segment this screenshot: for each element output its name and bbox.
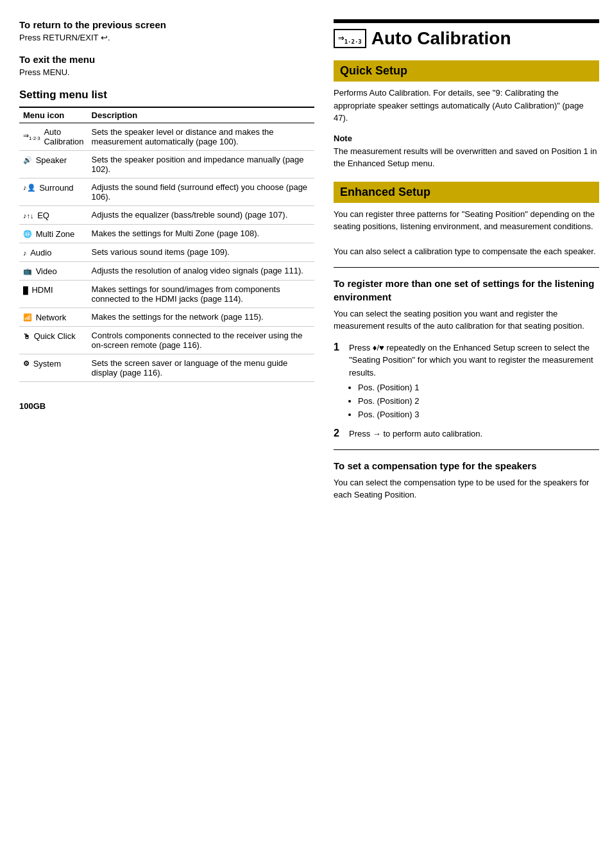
menu-name-10: System bbox=[33, 359, 61, 369]
enhanced-setup-box: Enhanced Setup bbox=[334, 182, 599, 203]
menu-desc-cell: Sets the speaker level or distance and m… bbox=[88, 123, 314, 151]
menu-table: Menu icon Description ⇒1·2·3 AutoCalibra… bbox=[19, 107, 314, 382]
table-row: █ HDMIMakes settings for sound/images fr… bbox=[19, 281, 314, 308]
menu-icon-cell: ♪↑↓ EQ bbox=[19, 206, 88, 225]
menu-icon-3: ♪↑↓ bbox=[23, 212, 34, 220]
setting-menu-list-title: Setting menu list bbox=[19, 89, 314, 101]
menu-icon-4: 🌐 bbox=[23, 230, 32, 238]
table-row: ♪ AudioSets various sound items (page 10… bbox=[19, 243, 314, 262]
menu-name-7: HDMI bbox=[31, 285, 53, 295]
quick-setup-box: Quick Setup bbox=[334, 60, 599, 82]
menu-icon-cell: ⇒1·2·3 AutoCalibration bbox=[19, 123, 88, 151]
step-1-num: 1 bbox=[334, 342, 345, 422]
right-column: ⇒1·2·3 Auto Calibration Quick Setup Perf… bbox=[334, 19, 599, 849]
menu-icon-7: █ bbox=[23, 286, 28, 294]
enhanced-setup-title: Enhanced Setup bbox=[340, 186, 593, 199]
menu-icon-5: ♪ bbox=[23, 249, 27, 257]
menu-name-0: AutoCalibration bbox=[44, 127, 83, 146]
step-1: 1 Press ♦/♥ repeatedly on the Enhanced S… bbox=[334, 342, 599, 422]
table-row: 🔊 SpeakerSets the speaker position and i… bbox=[19, 151, 314, 178]
menu-icon-8: 📶 bbox=[23, 313, 32, 322]
header-bar bbox=[334, 19, 599, 23]
note-title: Note bbox=[334, 134, 599, 143]
divider bbox=[334, 267, 599, 268]
table-row: ⇒1·2·3 AutoCalibrationSets the speaker l… bbox=[19, 123, 314, 151]
menu-name-5: Audio bbox=[30, 248, 51, 257]
menu-desc-cell: Sets various sound items (page 109). bbox=[88, 243, 314, 262]
menu-desc-cell: Adjusts the equalizer (bass/treble sound… bbox=[88, 206, 314, 225]
menu-icon-10: ⚙ bbox=[23, 360, 30, 368]
auto-calibration-title: ⇒1·2·3 Auto Calibration bbox=[334, 28, 599, 49]
menu-name-9: Quick Click bbox=[34, 331, 76, 341]
page-number: 100GB bbox=[19, 401, 314, 411]
menu-icon-cell: █ HDMI bbox=[19, 281, 88, 308]
quick-setup-body: Performs Auto Calibration. For details, … bbox=[334, 87, 599, 125]
exit-body: Press MENU. bbox=[19, 67, 314, 77]
return-body: Press RETURN/EXIT ↩. bbox=[19, 33, 314, 42]
note-body: The measurement results will be overwrit… bbox=[334, 145, 599, 170]
step-2-text: Press → to perform auto calibration. bbox=[349, 428, 482, 440]
compensation-body: You can select the compensation type to … bbox=[334, 476, 599, 501]
bullet-item: Pos. (Position) 1 bbox=[358, 381, 599, 395]
step-1-text: Press ♦/♥ repeatedly on the Enhanced Set… bbox=[349, 343, 593, 378]
menu-icon-cell: 🔊 Speaker bbox=[19, 151, 88, 178]
step-1-content: Press ♦/♥ repeatedly on the Enhanced Set… bbox=[349, 342, 599, 422]
menu-name-8: Network bbox=[36, 313, 67, 322]
menu-name-2: Surround bbox=[39, 183, 73, 193]
bullet-item: Pos. (Position) 2 bbox=[358, 395, 599, 408]
menu-icon-1: 🔊 bbox=[23, 156, 32, 164]
quick-setup-title: Quick Setup bbox=[340, 64, 593, 78]
menu-icon-9: 🖱 bbox=[23, 333, 30, 340]
table-row: 🖱 Quick ClickControls components connect… bbox=[19, 327, 314, 354]
menu-desc-cell: Adjusts the sound field (surround effect… bbox=[88, 178, 314, 206]
left-column: To return to the previous screen Press R… bbox=[19, 19, 314, 849]
menu-icon-cell: ♪👤 Surround bbox=[19, 178, 88, 206]
table-row: 🌐 Multi ZoneMakes the settings for Multi… bbox=[19, 225, 314, 243]
menu-desc-cell: Makes the settings for the network (page… bbox=[88, 308, 314, 327]
menu-desc-cell: Makes settings for sound/images from com… bbox=[88, 281, 314, 308]
step-1-bullets: Pos. (Position) 1Pos. (Position) 2Pos. (… bbox=[358, 381, 599, 421]
table-row: ♪↑↓ EQAdjusts the equalizer (bass/treble… bbox=[19, 206, 314, 225]
title-text: Auto Calibration bbox=[371, 28, 511, 49]
menu-name-4: Multi Zone bbox=[36, 229, 75, 239]
menu-icon-6: 📺 bbox=[23, 267, 32, 275]
register-section-title: To register more than one set of setting… bbox=[334, 277, 599, 304]
menu-icon-cell: ♪ Audio bbox=[19, 243, 88, 262]
menu-icon-0: ⇒1·2·3 bbox=[23, 132, 40, 141]
menu-desc-cell: Sets the screen saver or language of the… bbox=[88, 354, 314, 382]
page: To return to the previous screen Press R… bbox=[0, 0, 612, 868]
bullet-item: Pos. (Position) 3 bbox=[358, 408, 599, 422]
table-row: 📺 VideoAdjusts the resolution of analog … bbox=[19, 262, 314, 281]
menu-icon-cell: 🖱 Quick Click bbox=[19, 327, 88, 354]
return-section: To return to the previous screen Press R… bbox=[19, 19, 314, 42]
step-2-num: 2 bbox=[334, 428, 345, 440]
menu-name-6: Video bbox=[36, 266, 57, 276]
divider-2 bbox=[334, 449, 599, 450]
menu-desc-cell: Controls components connected to the rec… bbox=[88, 327, 314, 354]
menu-name-1: Speaker bbox=[36, 155, 67, 165]
exit-title: To exit the menu bbox=[19, 54, 314, 65]
register-section-body: You can select the seating position you … bbox=[334, 308, 599, 333]
menu-icon-cell: ⚙ System bbox=[19, 354, 88, 382]
col-header-icon: Menu icon bbox=[19, 107, 88, 123]
menu-desc-cell: Makes the settings for Multi Zone (page … bbox=[88, 225, 314, 243]
title-icon: ⇒1·2·3 bbox=[334, 29, 366, 48]
menu-icon-2: ♪👤 bbox=[23, 184, 36, 192]
menu-name-3: EQ bbox=[37, 211, 49, 220]
menu-icon-cell: 📺 Video bbox=[19, 262, 88, 281]
step-2: 2 Press → to perform auto calibration. bbox=[334, 428, 599, 440]
col-header-desc: Description bbox=[88, 107, 314, 123]
menu-desc-cell: Sets the speaker position and impedance … bbox=[88, 151, 314, 178]
menu-icon-cell: 📶 Network bbox=[19, 308, 88, 327]
table-row: ⚙ SystemSets the screen saver or languag… bbox=[19, 354, 314, 382]
enhanced-setup-intro: You can register three patterns for "Sea… bbox=[334, 208, 599, 258]
compensation-title: To set a compensation type for the speak… bbox=[334, 459, 599, 473]
table-row: ♪👤 SurroundAdjusts the sound field (surr… bbox=[19, 178, 314, 206]
table-row: 📶 NetworkMakes the settings for the netw… bbox=[19, 308, 314, 327]
menu-icon-cell: 🌐 Multi Zone bbox=[19, 225, 88, 243]
menu-desc-cell: Adjusts the resolution of analog video s… bbox=[88, 262, 314, 281]
return-title: To return to the previous screen bbox=[19, 19, 314, 30]
exit-section: To exit the menu Press MENU. bbox=[19, 54, 314, 77]
